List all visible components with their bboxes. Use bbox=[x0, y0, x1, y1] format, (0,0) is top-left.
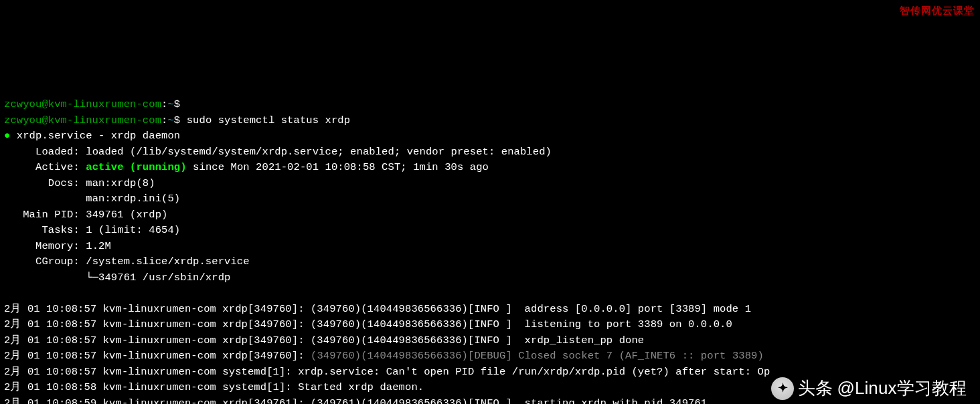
active-label: Active: bbox=[35, 161, 80, 173]
mainpid-value: 349761 (xrdp) bbox=[86, 209, 167, 221]
active-since: since Mon 2021-02-01 10:08:58 CST; 1min … bbox=[187, 161, 489, 173]
memory-label: Memory: bbox=[35, 240, 80, 252]
docs-1: man:xrdp(8) bbox=[86, 177, 155, 189]
toutiao-logo-icon: ✦ bbox=[771, 377, 794, 400]
command-text: sudo systemctl status xrdp bbox=[187, 114, 350, 126]
watermark-text: @Linux学习教程 bbox=[837, 381, 967, 397]
tasks-value: 1 (limit: 4654) bbox=[86, 224, 180, 236]
prompt-path: ~ bbox=[167, 98, 173, 110]
tasks-label: Tasks: bbox=[42, 224, 79, 236]
cgroup-tree: └─349761 /usr/sbin/xrdp bbox=[86, 272, 230, 284]
mainpid-label: Main PID: bbox=[23, 209, 80, 221]
prompt-path: ~ bbox=[167, 114, 173, 126]
prompt-user: zcwyou@kvm-linuxrumen-com bbox=[4, 98, 161, 110]
docs-2: man:xrdp.ini(5) bbox=[86, 193, 180, 205]
service-title: xrdp.service - xrdp daemon bbox=[17, 130, 180, 142]
prompt-user: zcwyou@kvm-linuxrumen-com bbox=[4, 114, 161, 126]
active-value: active (running) bbox=[86, 161, 186, 173]
prompt-end: $ bbox=[174, 98, 180, 110]
watermark-top-right: 智传网优云课堂 bbox=[900, 3, 975, 19]
memory-value: 1.2M bbox=[86, 240, 111, 252]
watermark-prefix: 头条 bbox=[798, 381, 833, 397]
prompt-end: $ bbox=[174, 114, 180, 126]
cgroup-label: CGroup: bbox=[35, 256, 80, 268]
watermark-bottom-right: ✦ 头条 @Linux学习教程 bbox=[771, 377, 967, 400]
status-bullet-icon: ● bbox=[4, 130, 10, 142]
loaded-value: loaded (/lib/systemd/system/xrdp.service… bbox=[86, 146, 552, 158]
docs-label: Docs: bbox=[48, 177, 80, 189]
loaded-label: Loaded: bbox=[35, 146, 80, 158]
cgroup-value: /system.slice/xrdp.service bbox=[86, 256, 249, 268]
terminal-output: zcwyou@kvm-linuxrumen-com:~$ zcwyou@kvm-… bbox=[4, 97, 976, 404]
